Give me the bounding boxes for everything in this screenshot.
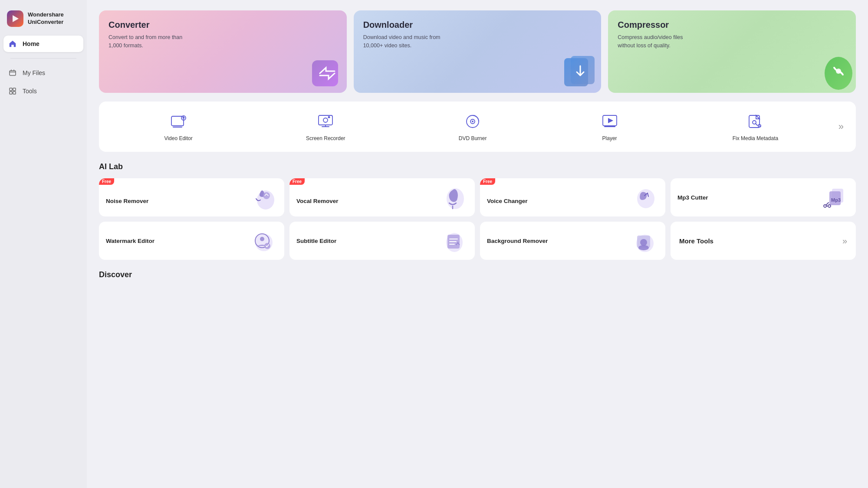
sidebar-tools-label: Tools [23, 88, 37, 95]
vocal-remover-free-badge: Free [289, 178, 305, 185]
tool-screen-recorder[interactable]: Screen Recorder [301, 108, 351, 145]
tool-fix-media-metadata[interactable]: Fix Media Metadata [727, 108, 783, 145]
vocal-remover-label: Vocal Remover [296, 198, 339, 204]
compressor-desc: Compress audio/video files without loss … [618, 33, 696, 50]
dvd-burner-label: DVD Burner [459, 135, 487, 141]
svg-point-23 [472, 121, 473, 122]
screen-recorder-icon [316, 112, 335, 131]
svg-point-19 [323, 118, 328, 122]
sidebar-home-label: Home [23, 40, 39, 47]
tool-player[interactable]: Player [595, 108, 625, 145]
hero-cards: Converter Convert to and from more than … [99, 10, 856, 93]
video-editor-icon [169, 112, 188, 131]
svg-marker-25 [608, 118, 613, 123]
app-logo: Wondershare UniConverter [0, 7, 87, 36]
more-tools-chevron: » [842, 236, 847, 246]
ai-card-background-remover[interactable]: Background Remover [480, 222, 665, 260]
background-remover-icon [628, 226, 658, 256]
mp3-cutter-left: Mp3 Cutter [677, 194, 708, 201]
svg-point-41 [255, 234, 273, 251]
voice-changer-icon [628, 182, 658, 213]
screen-recorder-label: Screen Recorder [306, 135, 345, 141]
sidebar-divider [10, 58, 76, 59]
subtitle-editor-left: Subtitle Editor [296, 238, 336, 244]
ai-lab-title: AI Lab [99, 162, 856, 171]
background-remover-label: Background Remover [487, 238, 548, 244]
sidebar-item-my-files[interactable]: My Files [3, 65, 83, 81]
ai-card-noise-remover[interactable]: Free Noise Remover [99, 178, 284, 216]
player-label: Player [602, 135, 617, 141]
hero-card-compressor[interactable]: Compressor Compress audio/video files wi… [608, 10, 856, 93]
noise-remover-label: Noise Remover [106, 198, 148, 204]
downloader-icon [558, 49, 601, 93]
ai-lab-grid: Free Noise Remover Free [99, 178, 856, 260]
svg-point-53 [640, 239, 647, 246]
svg-point-39 [824, 205, 826, 207]
svg-text:Mp3: Mp3 [831, 197, 841, 203]
voice-changer-label: Voice Changer [487, 198, 528, 204]
vocal-remover-left: Vocal Remover [296, 198, 339, 204]
ai-card-voice-changer[interactable]: Free Voice Changer [480, 178, 665, 216]
svg-rect-4 [10, 92, 12, 94]
ai-card-subtitle-editor[interactable]: Subtitle Editor [289, 222, 475, 260]
watermark-editor-label: Watermark Editor [106, 238, 155, 244]
subtitle-editor-label: Subtitle Editor [296, 238, 336, 244]
downloader-desc: Download video and music from 10,000+ vi… [363, 33, 441, 50]
tools-icon [9, 87, 17, 95]
svg-rect-3 [13, 88, 16, 91]
sidebar: Wondershare UniConverter Home [0, 0, 87, 488]
sidebar-nav: Home My Files [0, 36, 87, 99]
sidebar-my-files-label: My Files [23, 69, 45, 76]
tools-row: Video Editor Screen Recorder [99, 102, 856, 152]
svg-rect-2 [10, 88, 12, 91]
svg-point-40 [828, 205, 831, 207]
downloader-title: Downloader [363, 20, 592, 30]
discover-title: Discover [99, 270, 856, 279]
svg-rect-16 [319, 115, 332, 125]
svg-point-43 [260, 237, 264, 241]
ai-card-more-tools[interactable]: More Tools » [671, 222, 856, 260]
compressor-icon [812, 49, 856, 93]
watermark-editor-icon [247, 226, 277, 256]
mp3-cutter-label: Mp3 Cutter [677, 194, 708, 201]
svg-point-32 [263, 192, 270, 199]
fix-media-metadata-label: Fix Media Metadata [733, 135, 778, 141]
main-content: Converter Convert to and from more than … [87, 0, 868, 488]
background-remover-left: Background Remover [487, 238, 548, 244]
logo-icon [7, 10, 23, 27]
watermark-editor-left: Watermark Editor [106, 238, 155, 244]
tools-row-chevron[interactable]: » [835, 118, 847, 136]
sidebar-item-home[interactable]: Home [3, 36, 83, 52]
hero-card-converter[interactable]: Converter Convert to and from more than … [99, 10, 347, 93]
tool-video-editor[interactable]: Video Editor [159, 108, 198, 145]
video-editor-label: Video Editor [164, 135, 193, 141]
ai-card-vocal-remover[interactable]: Free Vocal Remover [289, 178, 475, 216]
subtitle-editor-icon [437, 226, 468, 256]
ai-card-mp3-cutter[interactable]: Mp3 Cutter Mp3 [671, 178, 856, 216]
noise-remover-free-badge: Free [99, 178, 114, 185]
compressor-title: Compressor [618, 20, 846, 30]
vocal-remover-icon [437, 182, 468, 213]
converter-icon [303, 49, 347, 93]
player-icon [600, 112, 619, 131]
converter-title: Converter [108, 20, 337, 30]
my-files-icon [9, 69, 17, 77]
svg-rect-8 [571, 56, 595, 84]
voice-changer-free-badge: Free [480, 178, 495, 185]
fix-media-metadata-icon [746, 112, 765, 131]
svg-rect-1 [10, 71, 16, 75]
dvd-burner-icon [463, 112, 482, 131]
noise-remover-left: Noise Remover [106, 198, 148, 204]
noise-remover-icon [247, 182, 277, 213]
svg-marker-0 [13, 15, 19, 22]
hero-card-downloader[interactable]: Downloader Download video and music from… [354, 10, 602, 93]
svg-point-10 [836, 69, 841, 74]
ai-card-watermark-editor[interactable]: Watermark Editor [99, 222, 284, 260]
ai-lab-section: AI Lab Free Noise Remover [99, 162, 856, 260]
more-tools-label: More Tools [679, 237, 713, 245]
voice-changer-left: Voice Changer [487, 198, 528, 204]
logo-text: Wondershare UniConverter [28, 11, 64, 26]
svg-rect-5 [13, 92, 16, 94]
sidebar-item-tools[interactable]: Tools [3, 83, 83, 99]
tool-dvd-burner[interactable]: DVD Burner [454, 108, 492, 145]
